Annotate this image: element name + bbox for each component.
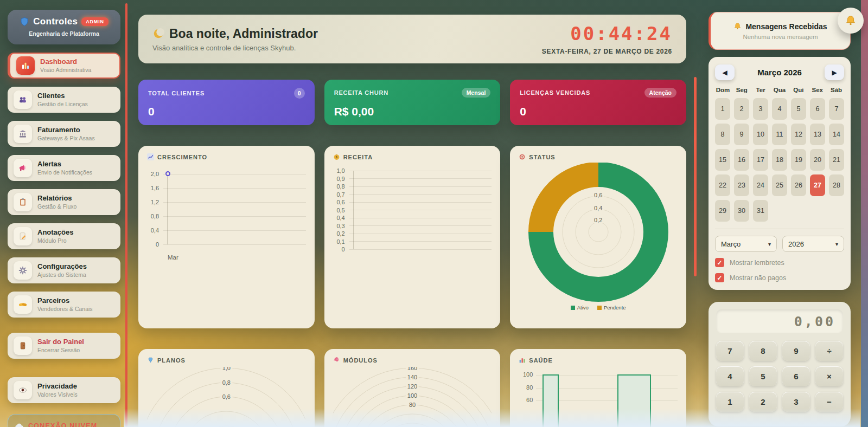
calc-key-1[interactable]: 1	[716, 392, 744, 412]
target-icon	[519, 153, 526, 160]
sidebar-item-sub: Visão Administrativa	[40, 67, 91, 74]
radial-tick: 1,0	[221, 367, 232, 371]
y-tick: 0	[147, 241, 163, 248]
legend-swatch-ativo	[571, 306, 575, 310]
cloud-connection-status: CONEXÃO NUVEM	[8, 414, 120, 427]
calc-key-9[interactable]: 9	[782, 341, 810, 361]
calc-key-7[interactable]: 7	[716, 341, 744, 361]
moon-icon	[152, 28, 164, 40]
messages-card: Mensagens Recebidas Nenhuma nova mensage…	[709, 12, 851, 50]
calendar-day[interactable]: 15	[715, 149, 730, 171]
sidebar-item-sair[interactable]: Sair do PainelEncerrar Sessão	[8, 333, 120, 359]
bell-icon	[733, 22, 742, 30]
calc-key-8[interactable]: 8	[749, 341, 777, 361]
calc-key-4[interactable]: 4	[716, 366, 744, 386]
stat-badge: Atenção	[644, 88, 676, 98]
stat-receita-churn: RECEITA CHURN Mensal R$ 0,00	[324, 80, 501, 125]
sidebar-item-sub: Envio de Notificações	[37, 169, 92, 176]
gear-icon	[14, 261, 32, 280]
right-panel: Mensagens Recebidas Nenhuma nova mensage…	[709, 0, 851, 426]
calendar-day[interactable]: 7	[829, 98, 844, 120]
radial-tick: 0,8	[221, 379, 232, 386]
calendar-day[interactable]: 9	[734, 124, 749, 145]
checkbox-lembretes[interactable]	[715, 258, 724, 267]
greeting-header: Boa noite, Administrador Visão analítica…	[138, 15, 686, 63]
gem-icon	[147, 357, 154, 364]
y-tick: 0	[333, 246, 349, 253]
calendar-day[interactable]: 30	[734, 200, 749, 222]
page-scrollbar[interactable]	[861, 0, 868, 427]
calendar-day[interactable]: 28	[829, 174, 844, 196]
bar	[617, 374, 651, 427]
y-tick: 60	[519, 397, 533, 403]
sidebar-item-anotacoes[interactable]: AnotaçõesMódulo Pro	[8, 223, 120, 249]
calendar-day[interactable]: 6	[810, 98, 825, 120]
calc-key-minus[interactable]: −	[815, 392, 843, 412]
calendar-day[interactable]: 20	[810, 149, 825, 171]
calendar-day[interactable]: 29	[715, 200, 730, 222]
calendar-day[interactable]: 14	[829, 124, 844, 145]
radial-tick: 160	[406, 367, 419, 371]
calendar-day[interactable]: 21	[829, 149, 844, 171]
sidebar-divider-scrollbar[interactable]	[125, 3, 127, 427]
y-tick: 2,0	[147, 171, 163, 177]
calendar-day[interactable]: 26	[791, 174, 806, 196]
sidebar-item-configuracoes[interactable]: ConfiguraçõesAjustes do Sistema	[8, 257, 120, 283]
calendar-day[interactable]: 13	[810, 124, 825, 145]
calendar-day-selected[interactable]: 27	[810, 174, 825, 196]
sidebar-item-privacidade[interactable]: PrivacidadeValores Visíveis	[8, 377, 120, 403]
y-tick: 0,8	[333, 183, 349, 190]
sidebar-item-dashboard[interactable]: DashboardVisão Administrativa	[8, 53, 120, 79]
bar	[542, 374, 559, 427]
calendar-day[interactable]: 19	[791, 149, 806, 171]
calendar-day[interactable]: 1	[715, 98, 730, 120]
year-select[interactable]: 2026 ▾	[782, 236, 844, 252]
calendar-prev-button[interactable]: ◀	[715, 64, 735, 80]
checkbox-nao-pagos[interactable]	[715, 273, 724, 282]
chart-title: MÓDULOS	[343, 357, 378, 364]
calendar-day[interactable]: 22	[715, 174, 730, 196]
month-select[interactable]: Março ▾	[715, 236, 777, 252]
calendar-day[interactable]: 25	[772, 174, 787, 196]
calendar-day[interactable]: 3	[753, 98, 768, 120]
calendar-day[interactable]: 31	[753, 200, 768, 222]
calc-key-2[interactable]: 2	[749, 392, 777, 412]
calendar-day[interactable]: 24	[753, 174, 768, 196]
calc-key-multiply[interactable]: ×	[815, 366, 843, 386]
calendar-day[interactable]: 2	[734, 98, 749, 120]
calendar-day[interactable]: 23	[734, 174, 749, 196]
sidebar-item-alertas[interactable]: AlertasEnvio de Notificações	[8, 155, 120, 181]
calendar-day[interactable]: 4	[772, 98, 787, 120]
sidebar-item-parceiros[interactable]: ParceirosVendedores & Canais	[8, 292, 120, 318]
rocket-icon	[333, 357, 340, 364]
cloud-connection-label: CONEXÃO NUVEM	[28, 422, 97, 427]
calc-key-divide[interactable]: ÷	[815, 341, 843, 361]
sidebar-item-faturamento[interactable]: FaturamentoGateways & Pix Asaas	[8, 121, 120, 147]
clipboard-icon	[14, 193, 32, 211]
calendar-day[interactable]: 8	[715, 124, 730, 145]
sidebar-item-relatorios[interactable]: RelatóriosGestão & Fluxo	[8, 189, 120, 215]
calc-key-3[interactable]: 3	[782, 392, 810, 412]
stat-value: 0	[520, 105, 676, 118]
notification-bell-button[interactable]	[838, 8, 864, 34]
calc-key-6[interactable]: 6	[782, 366, 810, 386]
calendar-next-button[interactable]: ▶	[825, 64, 844, 80]
calendar-day[interactable]: 11	[772, 124, 787, 145]
calendar-day[interactable]: 17	[753, 149, 768, 171]
calendar-day[interactable]: 5	[791, 98, 806, 120]
calendar-day[interactable]: 10	[753, 124, 768, 145]
sidebar-item-sub: Vendedores & Canais	[37, 306, 93, 313]
brand-title: Controles	[33, 16, 78, 27]
growth-chart-icon	[147, 153, 154, 160]
calendar-day[interactable]: 16	[734, 149, 749, 171]
chart-title: PLANOS	[157, 357, 186, 364]
calendar-day[interactable]: 18	[772, 149, 787, 171]
current-date: SEXTA-FEIRA, 27 DE MARÇO DE 2026	[542, 48, 672, 55]
calendar-day[interactable]: 12	[791, 124, 806, 145]
sidebar-item-label: Privacidade	[37, 382, 78, 391]
month-select-value: Março	[721, 240, 741, 248]
calc-key-5[interactable]: 5	[749, 366, 777, 386]
y-tick: 0,9	[333, 176, 349, 182]
sidebar-item-clientes[interactable]: ClientesGestão de Licenças	[8, 87, 120, 113]
main-scrollbar-thumb[interactable]	[694, 77, 697, 276]
